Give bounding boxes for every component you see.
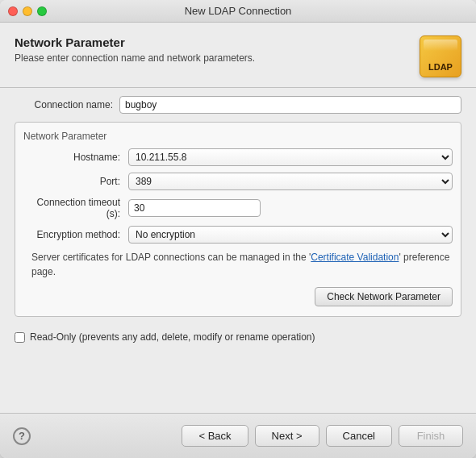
check-btn-row: Check Network Parameter <box>23 287 453 306</box>
timeout-input[interactable] <box>128 199 261 217</box>
readonly-row: Read-Only (prevents any add, delete, mod… <box>15 331 461 343</box>
ldap-icon: LDAP <box>420 35 461 77</box>
main-window: New LDAP Connection Network Parameter Pl… <box>0 0 476 458</box>
connection-name-row: Connection name: <box>15 96 461 114</box>
footer-buttons: < Back Next > Cancel Finish <box>182 425 463 447</box>
footer: ? < Back Next > Cancel Finish <box>0 413 476 458</box>
help-button[interactable]: ? <box>13 427 31 445</box>
page-title: Network Parameter <box>15 35 255 49</box>
encryption-row: Encryption method: No encryption SSL STA… <box>23 226 453 244</box>
check-network-parameter-button[interactable]: Check Network Parameter <box>315 287 453 306</box>
cancel-button[interactable]: Cancel <box>326 425 392 447</box>
encryption-select[interactable]: No encryption SSL STARTTLS <box>128 226 453 244</box>
encryption-label: Encryption method: <box>23 229 128 240</box>
cert-info: Server certificates for LDAP connections… <box>23 250 453 279</box>
timeout-label: Connection timeout (s): <box>23 197 128 219</box>
timeout-row: Connection timeout (s): <box>23 197 453 219</box>
close-button[interactable] <box>8 6 18 16</box>
header-text: Network Parameter Please enter connectio… <box>15 35 255 64</box>
minimize-button[interactable] <box>23 6 32 16</box>
port-label: Port: <box>23 176 128 187</box>
finish-button[interactable]: Finish <box>399 425 463 447</box>
port-row: Port: 389 <box>23 173 453 190</box>
next-button[interactable]: Next > <box>255 425 319 447</box>
ldap-icon-label: LDAP <box>428 62 453 72</box>
network-param-title: Network Parameter <box>23 131 453 142</box>
title-bar: New LDAP Connection <box>0 0 476 23</box>
hostname-select[interactable]: 10.211.55.8 <box>128 148 453 166</box>
window-title: New LDAP Connection <box>185 5 292 17</box>
back-button[interactable]: < Back <box>182 425 248 447</box>
readonly-label: Read-Only (prevents any add, delete, mod… <box>30 331 315 343</box>
connection-name-label: Connection name: <box>15 99 113 110</box>
network-parameter-box: Network Parameter Hostname: 10.211.55.8 … <box>15 122 461 317</box>
maximize-button[interactable] <box>37 6 47 16</box>
hostname-label: Hostname: <box>23 152 128 163</box>
page-description: Please enter connection name and network… <box>15 52 255 64</box>
content-area: Network Parameter Please enter connectio… <box>0 23 476 413</box>
connection-name-input[interactable] <box>119 96 461 114</box>
window-controls <box>8 6 47 16</box>
header-section: Network Parameter Please enter connectio… <box>15 35 461 77</box>
cert-info-text1: Server certificates for LDAP connections… <box>31 252 311 263</box>
footer-left: ? <box>13 427 31 445</box>
cert-link[interactable]: Certificate Validation <box>311 252 399 263</box>
hostname-row: Hostname: 10.211.55.8 <box>23 148 453 166</box>
port-select[interactable]: 389 <box>128 173 453 190</box>
header-divider <box>0 87 476 88</box>
readonly-checkbox[interactable] <box>15 332 25 343</box>
